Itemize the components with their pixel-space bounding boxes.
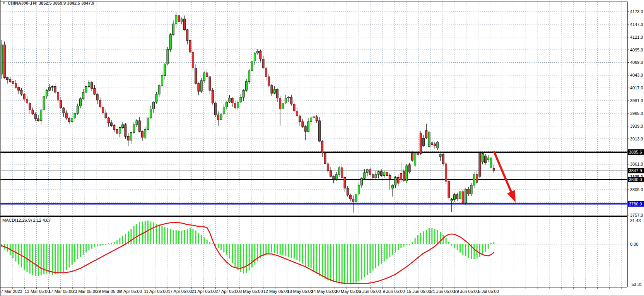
macd-histogram-bar xyxy=(190,228,191,244)
macd-histogram-bar xyxy=(271,244,272,252)
candle-body xyxy=(279,98,281,109)
candle-body xyxy=(386,172,388,176)
candle-body xyxy=(403,171,405,181)
macd-histogram-bar xyxy=(116,240,118,244)
candle-body xyxy=(451,199,453,201)
candle-body xyxy=(200,80,202,91)
candle-body xyxy=(260,51,261,59)
candle-body xyxy=(175,15,177,24)
candle-body xyxy=(341,168,343,177)
macd-histogram-bar xyxy=(133,226,135,244)
candle-body xyxy=(321,141,323,153)
macd-histogram-bar xyxy=(344,244,345,284)
candle-body xyxy=(473,174,475,185)
macd-indicator-label: MACD(12,26,9) 2.12 4.67 xyxy=(2,218,51,222)
macd-histogram-bar xyxy=(192,229,193,244)
candle-body xyxy=(20,91,22,94)
macd-histogram-bar xyxy=(415,238,416,244)
date-tick-label: 29 Jun 05:00 xyxy=(454,289,479,294)
candle-body xyxy=(479,153,481,176)
candle-body xyxy=(380,171,382,175)
macd-histogram-bar xyxy=(420,233,421,244)
candle-body xyxy=(245,82,247,91)
candle-body xyxy=(3,45,5,78)
candle-body xyxy=(257,51,259,53)
candle-body xyxy=(493,168,495,171)
macd-histogram-bar xyxy=(234,244,236,267)
macd-name: MACD(12,26,9) xyxy=(2,218,32,222)
macd-histogram-bar xyxy=(319,244,320,276)
price-tick-label: 3861.0 xyxy=(630,162,643,166)
candle-body xyxy=(290,97,292,104)
macd-histogram-bar xyxy=(232,244,233,263)
candle-body xyxy=(127,136,129,140)
candle-body xyxy=(487,158,489,160)
candle-body xyxy=(32,110,34,114)
macd-histogram-bar xyxy=(35,244,36,276)
price-tick-label: 4069.0 xyxy=(630,60,643,65)
candle-body xyxy=(119,128,121,133)
macd-histogram-bar xyxy=(375,244,376,268)
candle-body xyxy=(60,100,62,108)
macd-tick-label: 31.43 xyxy=(630,218,641,222)
candle-body xyxy=(327,164,329,171)
date-tick-label: 15 Jun 05:00 xyxy=(407,289,431,294)
candle-body xyxy=(229,98,231,102)
macd-histogram-bar xyxy=(288,244,289,257)
macd-histogram-bar xyxy=(296,244,297,260)
macd-histogram-bar xyxy=(311,244,312,268)
date-tick-label: 21 Jun 05:00 xyxy=(430,289,455,294)
price-tick-label: 3809.0 xyxy=(630,188,643,192)
macd-histogram-bar xyxy=(454,244,455,248)
date-tick-label: 17 Apr 05:00 xyxy=(168,289,192,294)
date-tick-label: 13 Mar 05:00 xyxy=(25,289,50,294)
date-tick-label: 27 Apr 05:00 xyxy=(215,289,239,294)
macd-histogram-bar xyxy=(220,244,222,250)
macd-histogram-bar xyxy=(150,222,151,244)
candle-body xyxy=(293,104,295,111)
candle-body xyxy=(273,89,275,93)
candle-body xyxy=(316,117,318,121)
price-tick-label: 3991.0 xyxy=(630,99,643,103)
candle-body xyxy=(85,86,87,92)
macd-histogram-bar xyxy=(209,242,210,244)
macd-histogram-bar xyxy=(173,230,174,244)
macd-histogram-bar xyxy=(302,244,303,264)
macd-histogram-bar xyxy=(355,244,357,282)
macd-histogram-bar xyxy=(398,244,399,250)
date-tick-label: 21 Apr 05:00 xyxy=(192,289,216,294)
price-badge-3885.6: 3885.6 xyxy=(628,149,644,155)
macd-histogram-bar xyxy=(327,244,328,280)
macd-histogram-bar xyxy=(333,244,334,282)
candle-body xyxy=(144,130,146,137)
macd-histogram-bar xyxy=(57,244,58,274)
macd-histogram-bar xyxy=(178,231,179,244)
chart-canvas[interactable] xyxy=(0,0,644,296)
candle-body xyxy=(23,94,25,99)
macd-histogram-bar xyxy=(52,244,53,275)
macd-histogram-bar xyxy=(347,244,348,284)
candle-body xyxy=(195,68,197,83)
macd-histogram-bar xyxy=(493,242,494,244)
candle-body xyxy=(361,178,363,185)
macd-histogram-bar xyxy=(167,228,168,244)
candle-body xyxy=(383,172,385,176)
macd-histogram-bar xyxy=(77,244,78,259)
candle-body xyxy=(136,121,138,125)
candle-body xyxy=(417,153,419,155)
date-tick-label: 11 Apr 05:00 xyxy=(144,289,168,294)
macd-histogram-bar xyxy=(440,232,441,244)
candle-body xyxy=(209,77,211,90)
candle-body xyxy=(172,24,174,35)
macd-histogram-bar xyxy=(187,229,188,244)
date-tick-label: 23 Mar 05:00 xyxy=(72,289,97,294)
macd-histogram-bar xyxy=(29,244,31,274)
price-tick-label: 4147.0 xyxy=(630,22,643,26)
macd-histogram-bar xyxy=(212,243,213,244)
macd-histogram-bar xyxy=(201,235,202,244)
macd-histogram-bar xyxy=(369,244,371,273)
candle-body xyxy=(248,71,250,82)
candle-body xyxy=(153,102,155,109)
chevron-down-icon[interactable]: ▼ xyxy=(2,2,5,5)
price-tick-label: 3939.0 xyxy=(630,124,643,128)
